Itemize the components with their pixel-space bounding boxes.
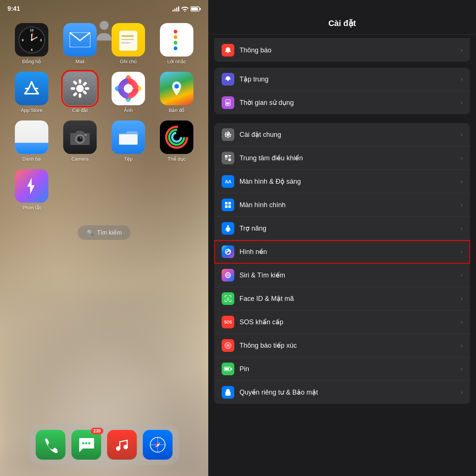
accessibility-label: Trợ năng [239, 224, 456, 232]
app-maps[interactable]: Bản đồ [156, 72, 197, 113]
notifications-icon [222, 44, 234, 57]
svg-point-61 [157, 444, 158, 446]
settings-item-siri[interactable]: Siri & Tìm kiếm › [214, 264, 470, 287]
svg-point-41 [174, 84, 179, 89]
svg-rect-70 [225, 132, 227, 134]
svg-rect-28 [73, 80, 77, 85]
battery-label: Pin [239, 365, 456, 373]
svg-rect-79 [225, 202, 228, 205]
settings-item-notifications[interactable]: Thông báo › [214, 38, 470, 62]
settings-item-faceid[interactable]: Face ID & Mật mã › [214, 287, 470, 311]
exposure-label: Thông báo tiếp xúc [239, 341, 456, 350]
app-files[interactable]: Tệp [108, 120, 149, 162]
svg-rect-25 [79, 93, 81, 98]
wallpaper-chevron: › [461, 248, 463, 255]
files-icon [112, 120, 145, 154]
svg-point-47 [80, 137, 81, 139]
search-bar[interactable]: 🔍 Tìm kiếm [0, 225, 208, 240]
display-chevron: › [461, 178, 463, 185]
display-label: Màn hình & Độ sáng [239, 177, 456, 186]
focus-label: Tập trung [239, 75, 456, 83]
settings-item-privacy[interactable]: Quyền riêng tư & Bảo mật › [214, 381, 470, 404]
contacts-label: Danh bạ [22, 156, 41, 162]
dock-messages[interactable]: 239 [71, 430, 101, 460]
notifications-chevron: › [461, 47, 463, 54]
svg-rect-6 [200, 8, 201, 10]
svg-text:6: 6 [30, 48, 32, 52]
settings-item-wallpaper[interactable]: Hình nền › [214, 240, 470, 264]
app-settings[interactable]: Cài đặt [60, 72, 100, 113]
svg-rect-94 [231, 368, 232, 370]
settings-list: Thông báo › Tập trung › [208, 35, 476, 476]
fitness-label: Thể dục [168, 156, 186, 162]
settings-group-general: Cài đặt chung › Trung tâm điều khiển › [214, 123, 470, 404]
screentime-label: Thời gian sử dụng [239, 99, 456, 107]
svg-point-54 [116, 446, 120, 451]
svg-rect-69 [229, 134, 231, 135]
svg-rect-31 [82, 81, 87, 86]
accessibility-icon [222, 222, 234, 235]
homescreen-label: Màn hình chính [239, 201, 456, 209]
controlcenter-chevron: › [461, 155, 463, 161]
search-pill[interactable]: 🔍 Tìm kiếm [78, 225, 131, 240]
svg-rect-0 [173, 10, 174, 12]
dock-music[interactable] [107, 430, 137, 460]
dock: 239 [29, 425, 179, 465]
svg-rect-67 [228, 136, 229, 138]
svg-rect-24 [79, 79, 81, 84]
app-fitness[interactable]: Thể dục [156, 120, 197, 162]
svg-rect-1 [174, 9, 176, 12]
svg-rect-93 [225, 368, 229, 370]
privacy-icon [222, 386, 234, 399]
svg-point-50 [172, 133, 181, 142]
settings-icon [63, 72, 97, 105]
general-icon [222, 128, 234, 141]
svg-rect-68 [225, 134, 226, 135]
settings-item-homescreen[interactable]: Màn hình chính › [214, 193, 470, 217]
app-photos[interactable]: Ảnh [108, 72, 149, 113]
svg-rect-77 [225, 158, 228, 160]
dock-phone[interactable] [36, 430, 65, 460]
app-shortcuts[interactable]: Phím tắt [11, 169, 52, 210]
accessibility-chevron: › [461, 225, 463, 232]
dock-safari[interactable] [143, 430, 173, 460]
settings-item-accessibility[interactable]: Trợ năng › [214, 217, 470, 240]
svg-rect-64 [226, 103, 228, 104]
exposure-chevron: › [461, 342, 463, 349]
svg-rect-73 [225, 135, 227, 138]
status-bar: 9:41 [0, 0, 208, 16]
siri-icon [222, 269, 234, 282]
screentime-chevron: › [461, 99, 463, 106]
settings-item-general[interactable]: Cài đặt chung › [214, 123, 470, 147]
settings-item-display[interactable]: AA Màn hình & Độ sáng › [214, 170, 470, 193]
settings-item-battery[interactable]: Pin › [214, 357, 470, 381]
svg-rect-76 [228, 157, 231, 158]
privacy-chevron: › [461, 389, 463, 396]
app-camera[interactable]: Camera [60, 120, 100, 162]
mail-label: Mail [75, 59, 84, 64]
controlcenter-label: Trung tâm điều khiển [239, 154, 456, 162]
svg-rect-74 [225, 155, 228, 158]
settings-title: Cài đặt [328, 19, 356, 28]
screentime-icon [222, 96, 234, 109]
wallpaper-icon [222, 245, 234, 258]
search-icon: 🔍 [87, 229, 94, 236]
svg-point-87 [227, 298, 228, 299]
svg-rect-82 [228, 205, 231, 208]
svg-rect-78 [228, 158, 231, 161]
settings-item-focus[interactable]: Tập trung › [214, 68, 470, 91]
display-icon: AA [222, 175, 234, 188]
wifi-icon [181, 7, 188, 12]
settings-item-controlcenter[interactable]: Trung tâm điều khiển › [214, 147, 470, 170]
settings-item-exposure[interactable]: Thông báo tiếp xúc › [214, 334, 470, 357]
settings-item-sos[interactable]: SOS SOS khẩn cấp › [214, 311, 470, 334]
files-label: Tệp [124, 156, 132, 162]
siri-chevron: › [461, 272, 463, 279]
svg-point-53 [88, 442, 90, 444]
settings-item-screentime[interactable]: Thời gian sử dụng › [214, 91, 470, 114]
app-contacts[interactable]: Danh bạ [11, 120, 52, 162]
focus-icon [222, 73, 234, 86]
camera-icon [63, 120, 97, 154]
app-appstore[interactable]: App Store [11, 72, 52, 113]
privacy-label: Quyền riêng tư & Bảo mật [239, 388, 456, 396]
